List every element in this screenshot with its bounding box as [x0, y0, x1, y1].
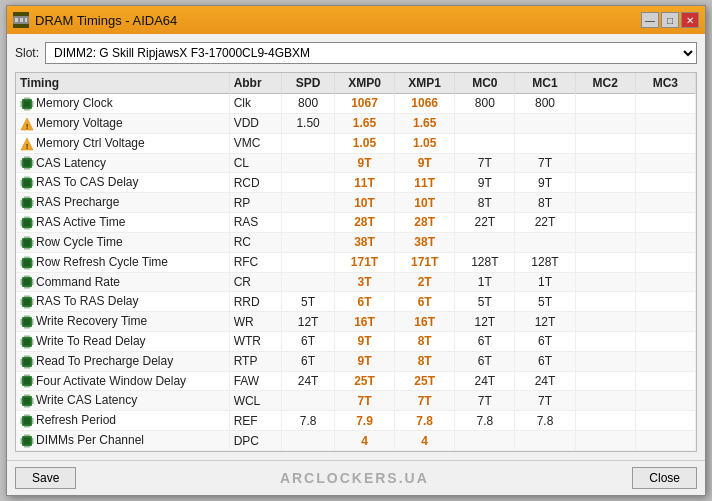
svg-rect-1	[15, 18, 18, 22]
cell-spd	[282, 153, 335, 173]
cell-mc1: 22T	[515, 213, 575, 233]
svg-rect-65	[24, 219, 31, 226]
col-mc3: MC3	[635, 73, 695, 94]
cell-spd	[282, 193, 335, 213]
svg-rect-79	[24, 239, 31, 246]
table-row: Refresh Period REF 7.8 7.9 7.8 7.8 7.8	[16, 411, 696, 431]
cell-abbr: RCD	[229, 173, 282, 193]
cell-abbr: VMC	[229, 133, 282, 153]
table-row: Command Rate CR 3T 2T 1T 1T	[16, 272, 696, 292]
timings-table-container: Timing Abbr SPD XMP0 XMP1 MC0 MC1 MC2 MC…	[15, 72, 697, 452]
slot-label: Slot:	[15, 46, 39, 60]
cell-name: ! Memory Voltage	[16, 113, 229, 133]
cell-mc3	[635, 272, 695, 292]
svg-rect-2	[20, 18, 23, 22]
cell-xmp1: 2T	[395, 272, 455, 292]
timings-table: Timing Abbr SPD XMP0 XMP1 MC0 MC1 MC2 MC…	[16, 73, 696, 451]
cell-mc3	[635, 292, 695, 312]
col-xmp1: XMP1	[395, 73, 455, 94]
cell-mc2	[575, 331, 635, 351]
cell-mc3	[635, 351, 695, 371]
cell-mc2	[575, 113, 635, 133]
cell-mc1	[515, 113, 575, 133]
cell-name: RAS To CAS Delay	[16, 173, 229, 193]
table-row: DIMMs Per Channel DPC 4 4	[16, 431, 696, 451]
cell-name: ! Memory Ctrl Voltage	[16, 133, 229, 153]
cell-mc2	[575, 94, 635, 114]
cell-mc0: 12T	[455, 312, 515, 332]
cell-mc0: 7T	[455, 391, 515, 411]
cell-xmp0: 9T	[334, 331, 394, 351]
table-row: ! Memory Voltage VDD 1.50 1.65 1.65	[16, 113, 696, 133]
cell-name: Four Activate Window Delay	[16, 371, 229, 391]
cell-mc3	[635, 371, 695, 391]
cell-mc1: 8T	[515, 193, 575, 213]
minimize-button[interactable]: —	[641, 12, 659, 28]
cell-mc1: 7.8	[515, 411, 575, 431]
col-mc1: MC1	[515, 73, 575, 94]
cell-abbr: WCL	[229, 391, 282, 411]
table-row: Row Cycle Time RC 38T 38T	[16, 232, 696, 252]
cell-mc0: 22T	[455, 213, 515, 233]
cell-mc3	[635, 133, 695, 153]
main-window: DRAM Timings - AIDA64 — □ ✕ Slot: DIMM2:…	[6, 5, 706, 496]
cell-mc0: 8T	[455, 193, 515, 213]
cell-spd: 1.50	[282, 113, 335, 133]
cell-xmp0: 9T	[334, 153, 394, 173]
cell-mc2	[575, 351, 635, 371]
window-title: DRAM Timings - AIDA64	[35, 13, 177, 28]
svg-rect-205	[24, 418, 31, 425]
cell-spd: 12T	[282, 312, 335, 332]
cell-spd	[282, 252, 335, 272]
app-icon	[13, 12, 29, 28]
cell-mc3	[635, 252, 695, 272]
cell-name: DIMMs Per Channel	[16, 431, 229, 451]
cell-mc2	[575, 411, 635, 431]
cell-spd	[282, 133, 335, 153]
table-row: Write Recovery Time WR 12T 16T 16T 12T 1…	[16, 312, 696, 332]
cell-xmp1: 1.65	[395, 113, 455, 133]
col-xmp0: XMP0	[334, 73, 394, 94]
maximize-button[interactable]: □	[661, 12, 679, 28]
cell-xmp0: 171T	[334, 252, 394, 272]
col-mc2: MC2	[575, 73, 635, 94]
cell-xmp0: 16T	[334, 312, 394, 332]
cell-mc2	[575, 292, 635, 312]
cell-mc3	[635, 312, 695, 332]
cell-spd: 6T	[282, 351, 335, 371]
close-window-button[interactable]: ✕	[681, 12, 699, 28]
cell-xmp1: 171T	[395, 252, 455, 272]
cell-spd: 800	[282, 94, 335, 114]
cell-spd: 7.8	[282, 411, 335, 431]
col-mc0: MC0	[455, 73, 515, 94]
cell-abbr: RFC	[229, 252, 282, 272]
svg-rect-5	[24, 100, 31, 107]
col-abbr: Abbr	[229, 73, 282, 94]
svg-rect-23	[24, 160, 31, 167]
cell-abbr: RP	[229, 193, 282, 213]
cell-mc3	[635, 193, 695, 213]
cell-xmp0: 10T	[334, 193, 394, 213]
table-row: RAS To CAS Delay RCD 11T 11T 9T 9T	[16, 173, 696, 193]
cell-mc2	[575, 252, 635, 272]
cell-mc2	[575, 173, 635, 193]
close-button[interactable]: Close	[632, 467, 697, 489]
svg-rect-107	[24, 279, 31, 286]
cell-xmp0: 4	[334, 431, 394, 451]
table-row: Write CAS Latency WCL 7T 7T 7T 7T	[16, 391, 696, 411]
cell-xmp1: 16T	[395, 312, 455, 332]
cell-mc0: 6T	[455, 351, 515, 371]
cell-abbr: WR	[229, 312, 282, 332]
save-button[interactable]: Save	[15, 467, 76, 489]
cell-name: Refresh Period	[16, 411, 229, 431]
cell-mc0	[455, 431, 515, 451]
cell-spd	[282, 431, 335, 451]
cell-xmp1: 10T	[395, 193, 455, 213]
slot-select[interactable]: DIMM2: G Skill RipjawsX F3-17000CL9-4GBX…	[45, 42, 697, 64]
cell-name: Row Cycle Time	[16, 232, 229, 252]
cell-spd	[282, 272, 335, 292]
cell-mc0: 7T	[455, 153, 515, 173]
table-row: Memory Clock Clk 800 1067 1066 800 800	[16, 94, 696, 114]
cell-xmp1: 1.05	[395, 133, 455, 153]
cell-xmp1: 8T	[395, 351, 455, 371]
